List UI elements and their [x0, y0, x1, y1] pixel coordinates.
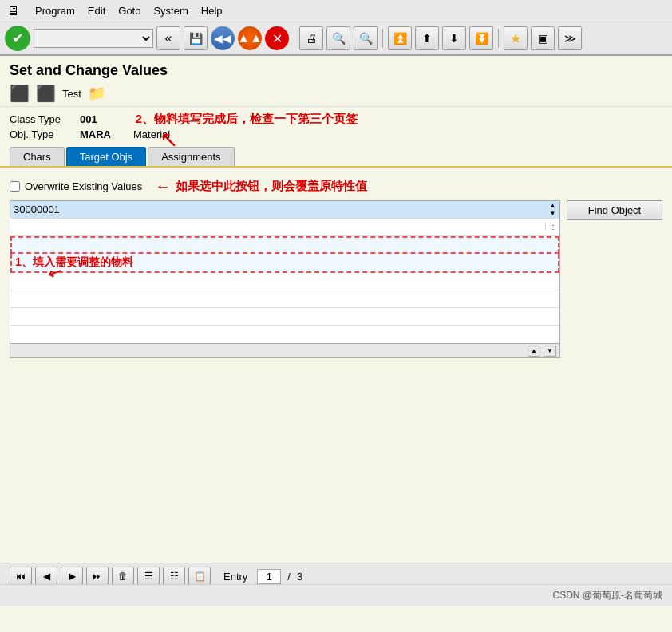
table-row[interactable] — [10, 308, 559, 326]
menu-bar: 🖥 Program Edit Goto System Help — [0, 0, 672, 22]
menu-system[interactable]: System — [153, 5, 188, 17]
table-row[interactable] — [10, 273, 559, 290]
prev-entry-button[interactable]: ◀ — [35, 567, 57, 586]
table-container: 30000001 ▲ ▼ ⋮ 1、填入需要调整的物料 — [10, 200, 662, 358]
table-row[interactable] — [10, 326, 559, 343]
annotation-3-text: 1、填入需要调整的物料 — [10, 254, 559, 273]
confirm-button[interactable]: ✔ — [5, 26, 30, 51]
row-cell — [10, 334, 559, 335]
table-row[interactable]: 30000001 ▲ ▼ — [10, 201, 559, 219]
obj-type-row: Obj. Type MARA Material — [10, 128, 662, 140]
menu-edit[interactable]: Edit — [88, 5, 105, 17]
last-page-button[interactable]: ⏬ — [469, 26, 493, 50]
row-cell: 30000001 — [10, 203, 545, 216]
table-row[interactable] — [10, 290, 559, 308]
scroll-indicators: ▲ ▼ — [545, 202, 559, 217]
command-field[interactable] — [34, 29, 153, 48]
stop-button[interactable]: ✕ — [265, 26, 289, 50]
row-cell — [10, 281, 559, 282]
horizontal-scroll: ▲ ▼ — [10, 343, 559, 357]
table-right: Find Object — [567, 200, 662, 358]
separator2 — [382, 29, 383, 48]
find-object-button[interactable]: Find Object — [567, 200, 662, 220]
content-area: Overwrite Existing Values ← 如果选中此按钮，则会覆盖… — [0, 168, 672, 487]
scroll-area: ▲ ▼ — [10, 344, 559, 357]
arrow-right-icon: ← — [155, 177, 171, 196]
row-options-btn[interactable]: ⋮ — [545, 223, 559, 231]
tabs-row: Chars Target Objs Assignments — [10, 147, 662, 166]
tab-chars[interactable]: Chars — [10, 147, 65, 166]
row-cell — [12, 244, 558, 246]
overwrite-checkbox[interactable] — [10, 181, 20, 192]
scroll-down-btn[interactable]: ▼ — [546, 210, 559, 217]
app-icon: 🖥 — [6, 4, 19, 18]
annotation-2: 2、物料填写完成后，检查一下第三个页签 — [136, 112, 358, 127]
scroll-right-btn[interactable]: ▼ — [544, 346, 556, 357]
icon-row: ⬛ ⬛ Test 📁 — [10, 84, 662, 103]
class-icon1: ⬛ — [10, 84, 30, 103]
nav-back-button[interactable]: « — [156, 26, 180, 50]
row-cell — [10, 227, 545, 228]
entry-label: Entry — [223, 571, 247, 583]
print-button[interactable]: 🖨 — [299, 26, 323, 50]
obj-type-value: MARA — [80, 128, 111, 140]
folder-icon: 📁 — [88, 85, 105, 102]
separator1 — [294, 29, 294, 48]
arrow-down-icon: ↙ — [160, 128, 178, 154]
table-row-dashed[interactable] — [10, 236, 559, 254]
entry-slash: / — [287, 571, 291, 583]
fields-area: Class Type 001 2、物料填写完成后，检查一下第三个页签 Obj. … — [0, 107, 672, 144]
delete-entry-button[interactable]: 🗑 — [112, 567, 134, 586]
class-type-label: Class Type — [10, 113, 73, 125]
next-page-button[interactable]: ⬇ — [442, 26, 466, 50]
first-page-button[interactable]: ⏫ — [388, 26, 412, 50]
bookmark-button[interactable]: ★ — [504, 26, 528, 50]
extra-button[interactable]: ≫ — [558, 26, 582, 50]
page-title: Set and Change Values — [10, 62, 662, 79]
annotation-3: 1、填入需要调整的物料 — [15, 255, 133, 268]
footer: CSDN @葡萄原-名葡萄城 — [0, 584, 672, 606]
scroll-left-btn[interactable]: ▲ — [528, 346, 540, 357]
scroll-up-btn[interactable]: ▲ — [546, 202, 559, 210]
last-entry-button[interactable]: ⏭ — [86, 567, 109, 586]
first-entry-button[interactable]: ⏮ — [10, 567, 32, 586]
menu-program[interactable]: Program — [35, 5, 75, 17]
up-button[interactable]: ▲▲ — [238, 26, 262, 50]
back-button[interactable]: ◀◀ — [211, 26, 235, 50]
next-entry-button[interactable]: ▶ — [61, 567, 83, 586]
menu-help[interactable]: Help — [201, 5, 223, 17]
class-icon2: ⬛ — [36, 84, 56, 103]
annotation-overwrite: 如果选中此按钮，则会覆盖原特性值 — [176, 179, 367, 194]
obj-type-label: Obj. Type — [10, 128, 73, 140]
overwrite-row: Overwrite Existing Values ← 如果选中此按钮，则会覆盖… — [10, 177, 662, 196]
separator3 — [498, 29, 499, 48]
entry-current: 1 — [257, 569, 281, 584]
data-table: 30000001 ▲ ▼ ⋮ 1、填入需要调整的物料 — [10, 200, 560, 358]
entry-total: 3 — [297, 571, 302, 583]
class-type-row: Class Type 001 2、物料填写完成后，检查一下第三个页签 — [10, 112, 662, 127]
tabs-area: Chars Target Objs Assignments — [0, 144, 672, 168]
class-type-value: 001 — [80, 113, 97, 125]
find-button[interactable]: 🔍 — [326, 26, 350, 50]
overwrite-label: Overwrite Existing Values — [25, 180, 142, 192]
find-next-button[interactable]: 🔍 — [354, 26, 378, 50]
copy-button[interactable]: 📋 — [188, 567, 211, 586]
title-area: Set and Change Values ⬛ ⬛ Test 📁 — [0, 56, 672, 107]
watermark-text: CSDN @葡萄原-名葡萄城 — [552, 589, 662, 602]
row-cell — [10, 298, 559, 300]
row-cell — [10, 316, 559, 318]
save-button[interactable]: 💾 — [184, 26, 208, 50]
align-left-button[interactable]: ☰ — [137, 567, 160, 586]
align-right-button[interactable]: ☷ — [163, 567, 185, 586]
toolbar: ✔ « 💾 ◀◀ ▲▲ ✕ 🖨 🔍 🔍 ⏫ ⬆ ⬇ ⏬ ★ ▣ ≫ — [0, 22, 672, 56]
prev-page-button[interactable]: ⬆ — [415, 26, 439, 50]
test-label: Test — [62, 88, 81, 100]
menu-goto[interactable]: Goto — [118, 5, 140, 17]
table-row[interactable]: ⋮ — [10, 219, 559, 236]
layout-button[interactable]: ▣ — [531, 26, 555, 50]
tab-target-objs[interactable]: Target Objs — [66, 147, 146, 166]
